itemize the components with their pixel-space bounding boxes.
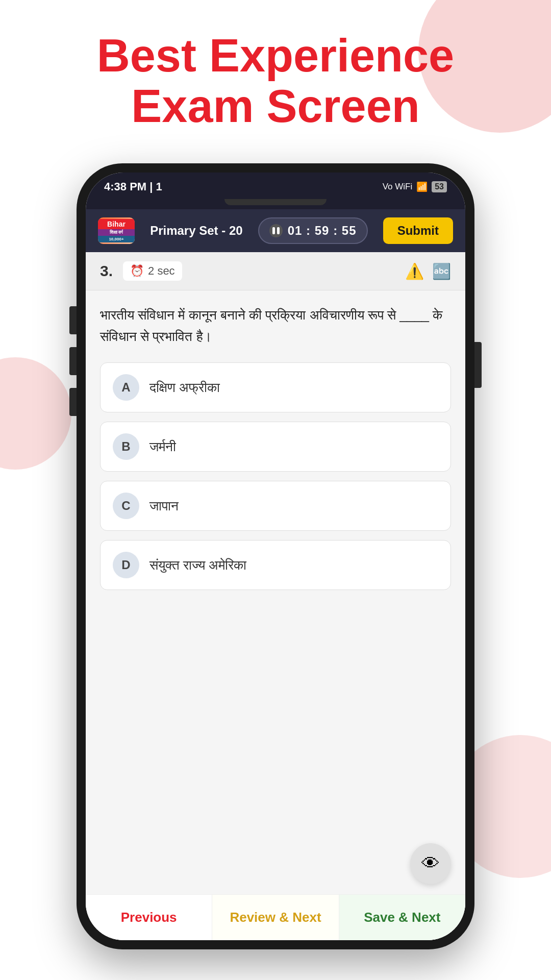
question-time-badge: ⏰ 2 sec (123, 261, 182, 281)
review-next-button[interactable]: Review & Next (212, 895, 339, 940)
status-time: 4:38 PM | 1 (104, 180, 162, 193)
option-c[interactable]: C जापान (100, 481, 451, 531)
save-next-button[interactable]: Save & Next (339, 895, 465, 940)
wifi-label: Vo WiFi (383, 182, 413, 192)
question-text: भारतीय संविधान में कानून बनाने की प्रक्र… (86, 290, 465, 357)
question-number: 3. (100, 262, 113, 280)
fab-area: 👁 (86, 833, 465, 894)
app-logo: Bihar शिक्षा वर्ग 10,000+ (98, 217, 135, 244)
option-a-label: A (113, 374, 139, 401)
timer-box[interactable]: 01 : 59 : 55 (258, 217, 368, 244)
question-meta-icons: ⚠️ 🔤 (405, 262, 451, 280)
signal-icon: 📶 (416, 181, 428, 192)
option-a-text: दक्षिण अफ्रीका (149, 380, 220, 396)
timer-display: 01 : 59 : 55 (288, 224, 357, 238)
phone-mockup: 4:38 PM | 1 Vo WiFi 📶 53 Bihar शिक्षा वर… (77, 163, 474, 949)
option-c-label: C (113, 493, 139, 519)
option-d-label: D (113, 552, 139, 578)
header-line2: Exam Screen (131, 81, 419, 132)
warning-icon[interactable]: ⚠️ (405, 262, 424, 280)
question-time-text: 2 sec (148, 264, 175, 278)
logo-mid: शिक्षा वर्ग (98, 229, 135, 236)
silent-button (69, 388, 77, 416)
clock-icon: ⏰ (130, 264, 144, 278)
pause-icon[interactable] (269, 224, 283, 237)
bg-circle-left (0, 357, 71, 470)
translate-icon[interactable]: 🔤 (432, 262, 451, 280)
header-line1: Best Experience (97, 30, 454, 81)
question-meta-bar: 3. ⏰ 2 sec ⚠️ 🔤 (86, 252, 465, 290)
phone-outer: 4:38 PM | 1 Vo WiFi 📶 53 Bihar शिक्षा वर… (77, 163, 474, 949)
option-c-text: जापान (149, 498, 179, 514)
status-icons: Vo WiFi 📶 53 (383, 181, 447, 192)
submit-button[interactable]: Submit (383, 217, 453, 244)
app-header: Bihar शिक्षा वर्ग 10,000+ Primary Set - … (86, 209, 465, 252)
option-d[interactable]: D संयुक्त राज्य अमेरिका (100, 540, 451, 590)
set-name: Primary Set - 20 (150, 224, 242, 238)
logo-top: Bihar (98, 219, 135, 229)
options-list: A दक्षिण अफ्रीका B जर्मनी C जापान D संयु… (86, 357, 465, 595)
eye-icon: 👁 (421, 853, 440, 874)
question-number-time: 3. ⏰ 2 sec (100, 261, 182, 281)
page-header: Best Experience Exam Screen (0, 31, 551, 132)
notch (224, 199, 327, 205)
option-d-text: संयुक्त राज्य अमेरिका (149, 557, 246, 573)
question-area: 3. ⏰ 2 sec ⚠️ 🔤 भारतीय संविधान में कानून… (86, 252, 465, 940)
option-b-label: B (113, 433, 139, 460)
option-b[interactable]: B जर्मनी (100, 422, 451, 472)
content-spacer (86, 595, 465, 833)
option-a[interactable]: A दक्षिण अफ्रीका (100, 362, 451, 412)
previous-button[interactable]: Previous (86, 895, 212, 940)
volume-down-button (69, 347, 77, 375)
phone-screen: 4:38 PM | 1 Vo WiFi 📶 53 Bihar शिक्षा वर… (86, 173, 465, 940)
status-bar: 4:38 PM | 1 Vo WiFi 📶 53 (86, 173, 465, 199)
bottom-navigation: Previous Review & Next Save & Next (86, 894, 465, 940)
power-button (474, 342, 482, 388)
battery-indicator: 53 (432, 181, 447, 192)
notch-area (86, 199, 465, 209)
logo-bot: 10,000+ (98, 236, 135, 242)
option-b-text: जर्मनी (149, 439, 176, 455)
volume-up-button (69, 306, 77, 334)
review-fab-button[interactable]: 👁 (410, 843, 451, 884)
